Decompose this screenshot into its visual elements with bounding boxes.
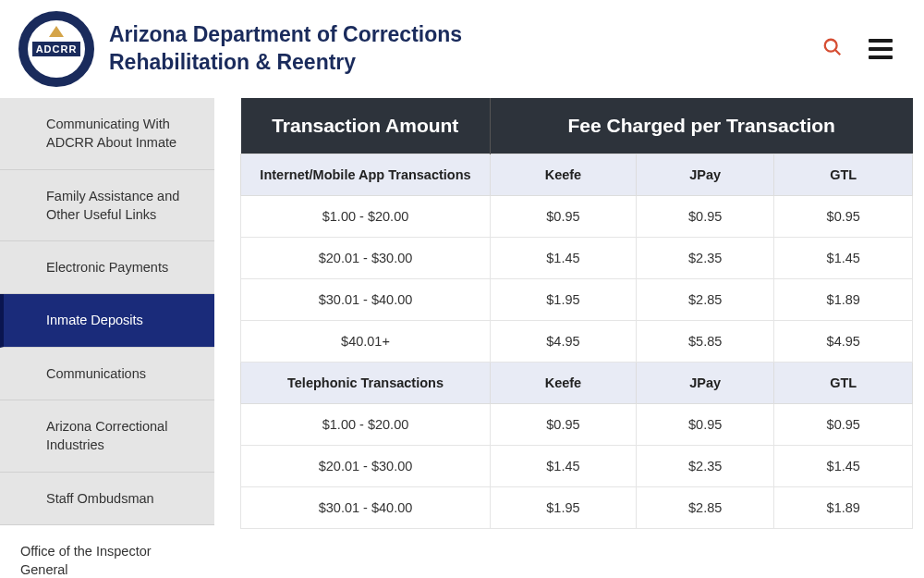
table-header-amount: Transaction Amount [241,98,491,154]
table-row: $20.01 - $30.00$1.45$2.35$1.45 [241,238,913,279]
fee-cell: $0.95 [491,404,637,446]
table-row: $40.01+$4.95$5.85$4.95 [241,321,913,363]
fee-table: Transaction Amount Fee Charged per Trans… [240,98,913,529]
sidebar-item-5[interactable]: Arizona Correctional Industries [0,400,214,473]
sidebar-item-1[interactable]: Family Assistance and Other Useful Links [0,170,214,242]
fee-cell: $1.89 [774,487,913,529]
provider-header: GTL [774,363,913,404]
amount-range: $1.00 - $20.00 [241,404,491,446]
amount-range: $40.01+ [241,321,491,363]
fee-cell: $1.45 [774,238,913,279]
title-line-1: Arizona Department of Corrections [109,22,462,46]
table-header-fee: Fee Charged per Transaction [491,98,913,154]
fee-cell: $1.95 [491,487,637,529]
provider-header: JPay [636,154,774,196]
fee-cell: $1.45 [774,446,913,487]
section-title: Internet/Mobile App Transactions [241,154,491,196]
fee-cell: $2.85 [636,487,774,529]
sidebar-item-0[interactable]: Communicating With ADCRR About Inmate [0,98,214,170]
amount-range: $20.01 - $30.00 [241,446,491,487]
fee-cell: $0.95 [774,196,913,238]
amount-range: $20.01 - $30.00 [241,238,491,279]
hamburger-menu-icon[interactable] [869,39,893,59]
provider-header: Keefe [491,363,637,404]
amount-range: $1.00 - $20.00 [241,196,491,238]
fee-cell: $2.85 [636,279,774,321]
table-row: $30.01 - $40.00$1.95$2.85$1.89 [241,487,913,529]
table-row: $30.01 - $40.00$1.95$2.85$1.89 [241,279,913,321]
fee-cell: $0.95 [636,404,774,446]
sidebar-item-7[interactable]: Office of the Inspector General [0,525,214,578]
svg-point-0 [825,40,837,52]
table-row: $1.00 - $20.00$0.95$0.95$0.95 [241,404,913,446]
sidebar-item-2[interactable]: Electronic Payments [0,241,214,294]
site-title: Arizona Department of Corrections Rehabi… [109,21,822,77]
table-row: $20.01 - $30.00$1.45$2.35$1.45 [241,446,913,487]
fee-cell: $1.45 [491,446,637,487]
fee-cell: $2.35 [636,238,774,279]
fee-cell: $5.85 [636,321,774,363]
search-icon[interactable] [822,37,843,61]
fee-cell: $4.95 [774,321,913,363]
svg-line-1 [835,50,841,55]
provider-header: GTL [774,154,913,196]
section-title: Telephonic Transactions [241,363,491,404]
fee-cell: $4.95 [491,321,637,363]
agency-logo[interactable]: ADCRR [18,11,94,87]
title-line-2: Rehabilitation & Reentry [109,50,356,74]
fee-cell: $1.95 [491,279,637,321]
provider-header: Keefe [491,154,637,196]
fee-cell: $1.89 [774,279,913,321]
site-header: ADCRR Arizona Department of Corrections … [0,0,924,98]
sidebar-item-6[interactable]: Staff Ombudsman [0,473,214,525]
amount-range: $30.01 - $40.00 [241,487,491,529]
fee-cell: $2.35 [636,446,774,487]
logo-abbrev: ADCRR [32,42,81,56]
fee-cell: $0.95 [491,196,637,238]
table-row: $1.00 - $20.00$0.95$0.95$0.95 [241,196,913,238]
amount-range: $30.01 - $40.00 [241,279,491,321]
main-content: Transaction Amount Fee Charged per Trans… [214,98,924,578]
provider-header: JPay [636,363,774,404]
sidebar-item-4[interactable]: Communications [0,348,214,400]
fee-cell: $0.95 [636,196,774,238]
fee-cell: $1.45 [491,238,637,279]
sidebar-nav: Communicating With ADCRR About InmateFam… [0,98,214,578]
fee-cell: $0.95 [774,404,913,446]
sidebar-item-3[interactable]: Inmate Deposits [0,294,214,347]
